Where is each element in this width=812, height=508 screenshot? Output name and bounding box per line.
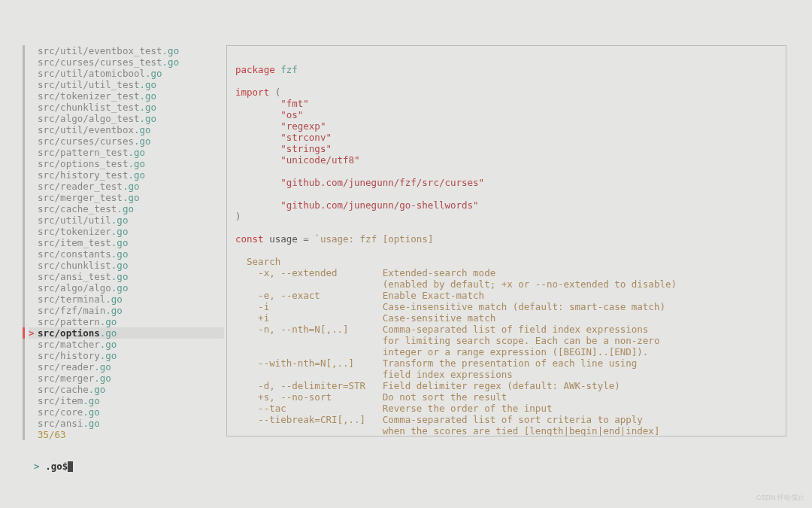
pointer-icon	[29, 339, 38, 350]
pointer-icon	[29, 56, 38, 68]
pointer-icon	[29, 282, 38, 294]
file-path: src/util/atomicbool	[38, 68, 145, 79]
file-ext: .go	[83, 418, 100, 429]
list-item[interactable]: src/tokenizer_test.go	[29, 90, 224, 102]
list-item[interactable]: src/util/util.go	[29, 214, 224, 226]
pointer-icon	[29, 271, 38, 282]
file-ext: .go	[111, 237, 129, 248]
list-item[interactable]: src/util/eventbox.go	[29, 124, 224, 135]
file-ext: .go	[162, 45, 180, 56]
import-line: "github.com/junegunn/go-shellwords"	[235, 199, 479, 211]
const-name: usage	[269, 233, 303, 245]
list-item[interactable]: src/matcher.go	[29, 339, 224, 350]
list-item[interactable]: src/options_test.go	[29, 158, 224, 169]
list-item[interactable]: src/algo/algo.go	[29, 282, 224, 294]
list-item[interactable]: src/pattern_test.go	[29, 147, 224, 158]
list-item[interactable]: src/cache.go	[29, 384, 224, 395]
file-ext: .go	[100, 327, 117, 339]
file-ext: .go	[94, 373, 111, 384]
file-path: src/merger	[38, 373, 94, 384]
list-item[interactable]: src/cache_test.go	[29, 203, 224, 214]
pointer-icon	[29, 418, 38, 429]
cursor	[68, 461, 73, 472]
file-ext: .go	[111, 226, 129, 237]
list-item[interactable]: src/algo/algo_test.go	[29, 113, 224, 124]
list-item[interactable]: src/reader_test.go	[29, 181, 224, 192]
file-path: src/fzf/main	[38, 305, 105, 316]
pointer-icon	[29, 45, 38, 56]
list-item[interactable]: src/tokenizer.go	[29, 226, 224, 237]
file-path: src/reader_test	[38, 181, 123, 192]
file-path: src/curses/curses_test	[38, 56, 162, 68]
list-item[interactable]: src/curses/curses_test.go	[29, 56, 224, 68]
file-path: src/util/util	[38, 214, 111, 226]
usage-text: Search -x, --extended Extended-search mo…	[235, 256, 677, 437]
pointer-icon	[29, 169, 38, 181]
file-path: src/util/eventbox	[38, 124, 134, 135]
import-line: "strings"	[235, 143, 332, 154]
file-ext: .go	[100, 339, 117, 350]
pointer-icon	[29, 68, 38, 79]
file-path-match: options	[60, 327, 100, 339]
list-item[interactable]: src/constants.go	[29, 248, 224, 260]
file-path: src/cache	[38, 384, 89, 395]
pointer-icon	[29, 373, 38, 384]
file-ext: .go	[139, 90, 156, 102]
file-ext: .go	[128, 158, 145, 169]
keyword-package: package	[235, 64, 275, 75]
list-item[interactable]: src/item.go	[29, 395, 224, 406]
file-path: src/history	[38, 350, 100, 361]
results-panel: src/util/eventbox_test.go src/curses/cur…	[23, 45, 224, 440]
list-item[interactable]: src/chunklist_test.go	[29, 102, 224, 113]
file-path: src/tokenizer	[38, 226, 111, 237]
file-ext: .go	[111, 260, 129, 271]
pointer-icon	[29, 158, 38, 169]
list-item[interactable]: src/ansi_test.go	[29, 271, 224, 282]
pointer-icon	[29, 135, 38, 147]
package-name: fzf	[275, 64, 298, 75]
file-path: src/pattern	[38, 316, 100, 327]
list-item[interactable]: src/reader.go	[29, 361, 224, 373]
pointer-icon	[29, 181, 38, 192]
pointer-icon	[29, 79, 38, 90]
preview-pane: package fzf import ( "fmt" "os" "regexp"…	[226, 45, 786, 437]
file-path: src/curses/curses	[38, 135, 134, 147]
list-item[interactable]: src/util/util_test.go	[29, 79, 224, 90]
file-path: src/	[38, 327, 60, 339]
file-ext: .go	[89, 384, 106, 395]
pointer-icon	[29, 90, 38, 102]
pointer-icon	[29, 147, 38, 158]
list-item[interactable]: src/merger.go	[29, 373, 224, 384]
pointer-icon	[29, 395, 38, 406]
watermark: CSDN 怀哈儒止	[756, 492, 804, 503]
list-item[interactable]: src/curses/curses.go	[29, 135, 224, 147]
imports-block: "fmt" "os" "regexp" "strconv" "strings" …	[235, 98, 484, 211]
search-prompt[interactable]: > .go$	[23, 449, 73, 472]
list-item[interactable]: >src/options.go	[29, 327, 224, 339]
import-line: "unicode/utf8"	[235, 154, 360, 166]
list-item[interactable]: src/fzf/main.go	[29, 305, 224, 316]
list-item[interactable]: src/util/eventbox_test.go	[29, 45, 224, 56]
list-item[interactable]: src/chunklist.go	[29, 260, 224, 271]
list-item[interactable]: src/core.go	[29, 406, 224, 418]
list-item[interactable]: src/merger_test.go	[29, 192, 224, 203]
keyword-import: import	[235, 87, 269, 98]
list-item[interactable]: src/ansi.go	[29, 418, 224, 429]
list-item[interactable]: src/terminal.go	[29, 294, 224, 305]
file-list[interactable]: src/util/eventbox_test.go src/curses/cur…	[25, 45, 224, 429]
list-item[interactable]: src/history.go	[29, 350, 224, 361]
list-item[interactable]: src/history_test.go	[29, 169, 224, 181]
list-item[interactable]: src/pattern.go	[29, 316, 224, 327]
match-counter: 35/63	[25, 429, 224, 440]
file-path: src/util/eventbox_test	[38, 45, 162, 56]
file-ext: .go	[100, 316, 117, 327]
file-path: src/chunklist	[38, 260, 111, 271]
file-ext: .go	[117, 203, 134, 214]
list-item[interactable]: src/util/atomicbool.go	[29, 68, 224, 79]
file-path: src/ansi	[38, 418, 83, 429]
list-item[interactable]: src/item_test.go	[29, 237, 224, 248]
file-ext: .go	[123, 181, 140, 192]
pointer-icon	[29, 384, 38, 395]
pointer-icon	[29, 361, 38, 373]
search-query[interactable]: .go$	[45, 461, 68, 472]
